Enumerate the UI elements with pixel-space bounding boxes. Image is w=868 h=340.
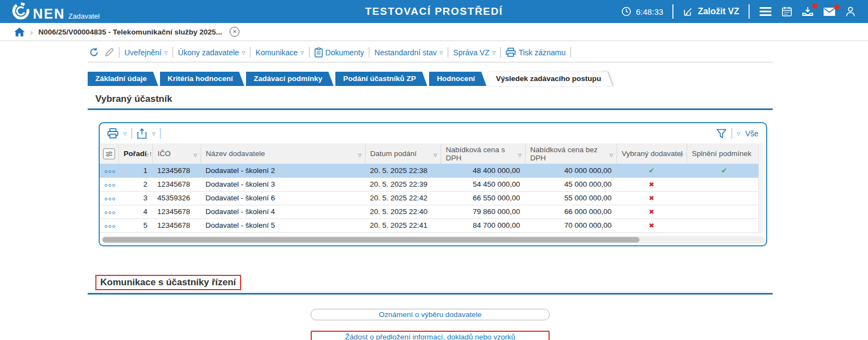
row-actions-icon [105, 225, 115, 228]
hamburger-icon [759, 7, 772, 16]
cross-icon: ✖ [649, 222, 654, 229]
column-header[interactable]: Pořadí↑▽ [118, 143, 152, 164]
column-filter-icon[interactable]: ▽ [679, 151, 683, 159]
cell-cena-bez-dph: 40 000 000,00 [525, 164, 616, 177]
row-menu[interactable] [100, 177, 118, 191]
pencil-icon [104, 48, 114, 57]
column-filter-icon[interactable]: ▽ [518, 151, 521, 159]
row-menu[interactable] [100, 191, 118, 205]
filter-all-dropdown[interactable]: Vše [745, 129, 758, 138]
toolbar-uverejneni[interactable]: Uveřejnění▽ [124, 48, 168, 57]
row-actions-icon [105, 211, 115, 214]
calendar-button[interactable] [781, 6, 792, 17]
tab-5[interactable]: Hodnocení [429, 72, 481, 86]
breadcrumb-chevron: › [30, 27, 33, 37]
filter-button[interactable] [716, 129, 727, 139]
column-header[interactable]: IČO▽ [152, 143, 201, 164]
cell-cena-bez-dph: 66 000 000,00 [525, 205, 616, 218]
toolbar-komunikace[interactable]: Komunikace▽ [255, 48, 304, 57]
record-tabs: Základní údajeKritéria hodnoceníZadávací… [88, 72, 773, 86]
cell-datum: 20. 5. 2025 22:38 [365, 164, 441, 177]
column-filter-icon[interactable]: ▽ [609, 151, 613, 159]
edit-record-button[interactable] [104, 48, 114, 57]
chevron-down-icon[interactable]: ▽ [737, 131, 740, 136]
record-toolbar: Uveřejnění▽ Úkony zadavatele▽ Komunikace… [88, 41, 773, 62]
inbox-button[interactable] [802, 6, 814, 17]
table-row[interactable]: 112345678Dodavatel - školení 220. 5. 202… [100, 164, 762, 177]
row-menu[interactable] [100, 218, 118, 232]
table-toolbar-separator [132, 128, 132, 139]
column-header[interactable]: Vybraný dodavatel▽ [616, 143, 687, 164]
column-header[interactable]: Nabídková cena bez DPH▽ [525, 143, 616, 164]
row-actions-icon [105, 198, 115, 200]
toolbar-dokumenty[interactable]: Dokumenty [315, 48, 364, 57]
print-icon [506, 48, 516, 57]
toolbar-sprava-vz[interactable]: Správa VZ▽ [453, 48, 495, 57]
row-menu[interactable] [100, 164, 118, 177]
print-icon [107, 128, 118, 139]
tab-1[interactable]: Základní údaje [88, 72, 152, 86]
cell-splneni-podminek [687, 191, 762, 205]
cell-cena-s-dph: 79 860 000,00 [441, 205, 525, 218]
cell-vybrany-dodavatel: ✖ [616, 177, 687, 191]
scrollbar-thumb[interactable] [102, 237, 639, 243]
horizontal-scrollbar[interactable] [101, 236, 764, 244]
table-row[interactable]: 345359326Dodavatel - školení 620. 5. 202… [100, 191, 762, 205]
header-divider [749, 4, 750, 19]
toolbar-separator [570, 47, 571, 57]
column-header[interactable]: Nabídková cena s DPH▽ [441, 143, 525, 164]
calendar-icon [781, 6, 792, 17]
cell-nazev: Dodavatel - školení 4 [201, 205, 365, 218]
create-vz-button[interactable]: Založit VZ [683, 7, 739, 17]
breadcrumb-item[interactable]: N006/25/V00004835 - Telekomunikační služ… [38, 28, 222, 36]
cell-nazev: Dodavatel - školení 3 [201, 177, 365, 191]
table-row[interactable]: 412345678Dodavatel - školení 420. 5. 202… [100, 205, 762, 218]
cell-nazev: Dodavatel - školení 6 [201, 191, 365, 205]
logo-text: NEN [33, 7, 65, 21]
cell-cena-bez-dph: 45 000 000,00 [525, 177, 616, 191]
vertical-scrollbar[interactable] [758, 145, 764, 232]
chevron-down-icon[interactable]: ▽ [152, 131, 155, 136]
tab-3[interactable]: Zadávací podmínky [246, 72, 328, 86]
cell-vybrany-dodavatel: ✔ [616, 164, 687, 177]
column-header[interactable]: Splnění podmínek [687, 143, 762, 164]
close-tab-icon[interactable]: ✕ [230, 27, 239, 37]
table-row[interactable]: 512345678Dodavatel - školení 520. 5. 202… [100, 218, 762, 232]
request-documents-button[interactable]: Žádost o předložení informací, dokladů n… [311, 331, 550, 340]
toolbar-tisk-zaznamu[interactable]: Tisk záznamu [506, 48, 566, 57]
table-header-row: Pořadí↑▽IČO▽Název dodavatele▽Datum podán… [100, 143, 762, 164]
column-header[interactable]: Datum podání▽ [365, 143, 441, 164]
nen-logo[interactable]: NEN Zadavatel [12, 2, 100, 21]
table-export-button[interactable] [137, 128, 147, 139]
profile-button[interactable] [845, 6, 856, 17]
chevron-down-icon[interactable]: ▽ [123, 131, 127, 136]
cell-datum: 20. 5. 2025 22:39 [365, 177, 441, 191]
column-header[interactable]: Název dodavatele▽ [201, 143, 365, 164]
cross-icon: ✖ [649, 194, 654, 202]
refresh-button[interactable] [89, 47, 99, 57]
column-filter-icon[interactable]: ▽ [193, 151, 197, 159]
menu-button[interactable] [759, 7, 772, 16]
cell-ico: 45359326 [152, 191, 201, 205]
tab-2[interactable]: Kritéria hodnocení [160, 72, 238, 86]
participants-table: Pořadí↑▽IČO▽Název dodavatele▽Datum podán… [100, 143, 762, 233]
table-print-button[interactable] [107, 128, 118, 139]
cell-cena-s-dph: 66 550 000,00 [441, 191, 525, 205]
nen-logo-icon [12, 2, 30, 20]
toolbar-nestandardni-stav[interactable]: Nestandardní stav▽ [374, 48, 443, 57]
tab-6[interactable]: Výsledek zadávacího postupu [488, 72, 607, 86]
column-filter-icon[interactable]: ▽ [145, 151, 149, 159]
table-row[interactable]: 212345678Dodavatel - školení 320. 5. 202… [100, 177, 762, 191]
tab-4[interactable]: Podání účastníků ZP [335, 72, 421, 86]
notice-of-selection-button[interactable]: Oznámení o výběru dodavatele [311, 309, 550, 320]
clock-icon [621, 7, 631, 16]
home-icon[interactable] [14, 27, 25, 37]
row-menu[interactable] [100, 205, 118, 218]
column-settings-header[interactable] [100, 143, 118, 164]
toolbar-ukony-zadavatele[interactable]: Úkony zadavatele▽ [178, 48, 245, 57]
column-filter-icon[interactable]: ▽ [358, 151, 361, 159]
cell-vybrany-dodavatel: ✖ [616, 191, 687, 205]
cross-icon: ✖ [649, 181, 654, 188]
column-filter-icon[interactable]: ▽ [433, 151, 437, 159]
messages-button[interactable] [823, 7, 836, 16]
